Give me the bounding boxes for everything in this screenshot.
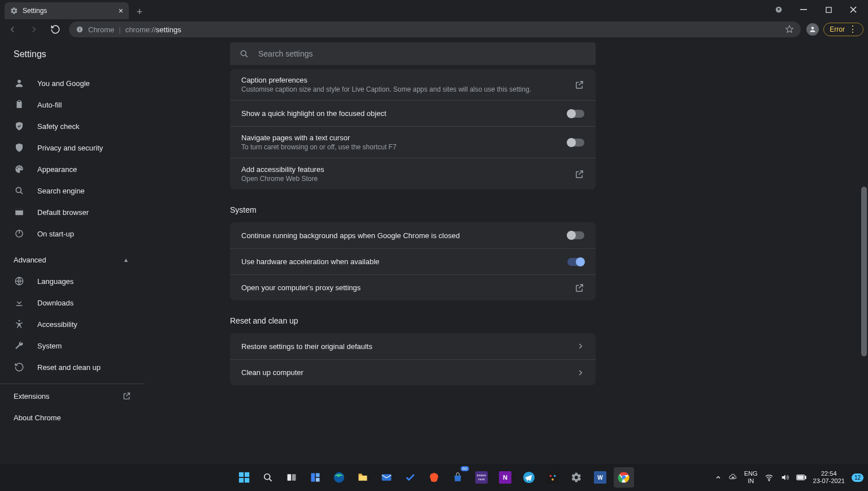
svg-rect-28 [311,473,315,482]
back-button[interactable] [5,21,20,37]
svg-text:W: W [597,475,603,481]
row-add-accessibility[interactable]: Add accessibility features Open Chrome W… [230,158,596,189]
forward-button[interactable] [26,21,42,37]
row-text-cursor[interactable]: Navigate pages with a text cursor To tur… [230,126,596,158]
vertical-scrollbar[interactable] [860,40,868,464]
svg-rect-51 [797,476,804,479]
window-close-button[interactable] [842,2,865,18]
svg-rect-29 [316,473,320,477]
row-proxy-settings[interactable]: Open your computer's proxy settings [230,274,596,300]
power-icon [14,229,25,239]
sidebar-item-system[interactable]: System [0,335,145,356]
settings-search-bar[interactable] [230,42,596,65]
task-view-button[interactable] [281,467,302,488]
clipboard-icon [14,100,25,110]
settings-icon[interactable] [566,467,587,488]
clock[interactable]: 22:54 23-07-2021 [813,470,845,485]
row-background-apps[interactable]: Continue running background apps when Go… [230,222,596,248]
tab-title: Settings [23,7,47,15]
battery-icon[interactable] [796,474,806,481]
url-divider: | [119,25,120,34]
toggle-hardware-accel[interactable] [567,258,584,266]
reload-button[interactable] [47,21,63,37]
row-hardware-accel[interactable]: Use hardware acceleration when available [230,248,596,274]
browser-icon [14,207,25,217]
extension-shield-icon[interactable] [774,5,783,14]
scrollbar-thumb[interactable] [861,187,867,356]
row-restore-defaults[interactable]: Restore settings to their original defau… [230,333,596,359]
toggle-quick-highlight[interactable] [567,110,584,118]
brave-icon[interactable] [424,467,444,488]
bookmark-star-icon[interactable] [785,25,794,34]
notification-badge[interactable]: 12 [852,473,863,482]
davinci-icon[interactable] [542,467,563,488]
sidebar-item-appearance[interactable]: Appearance [0,158,145,180]
open-external-icon[interactable] [574,283,584,293]
svg-point-8 [18,80,21,83]
telegram-icon[interactable] [519,467,539,488]
svg-rect-40 [546,471,559,484]
chrome-icon[interactable] [614,467,634,488]
error-indicator-button[interactable]: Error ⋮ [823,23,863,36]
tray-overflow-icon[interactable] [715,474,722,481]
wifi-icon[interactable] [765,473,774,482]
chevron-right-icon [576,342,584,350]
search-input[interactable] [258,49,587,58]
sidebar-item-you-and-google[interactable]: You and Google [0,72,145,94]
menu-dots-icon: ⋮ [848,27,857,32]
address-bar[interactable]: Chrome | chrome://settings [69,21,801,37]
sidebar-item-safety-check[interactable]: Safety check [0,115,145,137]
open-external-icon[interactable] [574,169,584,179]
svg-text:music: music [478,478,485,481]
todo-icon[interactable] [400,467,420,488]
browser-tab[interactable]: Settings × [5,2,129,19]
sidebar-about-link[interactable]: About Chrome [0,407,145,428]
window-minimize-button[interactable] [792,2,815,18]
site-info-icon[interactable] [76,25,84,33]
profile-avatar-button[interactable] [806,23,819,36]
widgets-button[interactable] [305,467,326,488]
toggle-text-cursor[interactable] [567,139,584,147]
sidebar-item-reset[interactable]: Reset and clean up [0,356,145,378]
row-quick-highlight[interactable]: Show a quick highlight on the focused ob… [230,100,596,126]
sidebar-item-accessibility[interactable]: Accessibility [0,313,145,335]
sidebar-item-label: Default browser [37,208,89,217]
amazon-music-icon[interactable]: amazonmusic [471,467,492,488]
open-external-icon[interactable] [574,80,584,90]
restore-icon [14,362,25,372]
new-tab-button[interactable]: + [132,5,147,19]
taskbar-search-button[interactable] [258,467,278,488]
language-indicator[interactable]: ENG IN [744,470,758,485]
window-maximize-button[interactable] [817,2,840,18]
sidebar-item-on-startup[interactable]: On start-up [0,223,145,244]
chevron-right-icon [576,369,584,377]
sidebar-extensions-link[interactable]: Extensions [0,385,145,407]
sidebar-item-languages[interactable]: Languages [0,270,145,292]
row-caption-preferences[interactable]: Caption preferences Customise caption si… [230,69,596,100]
sidebar-item-downloads[interactable]: Downloads [0,292,145,313]
word-icon[interactable]: W [590,467,610,488]
svg-point-13 [20,166,21,167]
store-icon[interactable]: 60 [448,467,468,488]
row-cleanup-computer[interactable]: Clean up computer [230,359,596,385]
svg-rect-5 [79,28,80,28]
sidebar-advanced-toggle[interactable]: Advanced ▲ [0,249,145,270]
svg-rect-17 [15,209,23,210]
onenote-icon[interactable]: N [495,467,515,488]
edge-icon[interactable] [329,467,349,488]
sidebar-item-label: System [37,342,62,350]
svg-rect-50 [805,476,806,479]
sidebar-item-privacy[interactable]: Privacy and security [0,137,145,158]
mail-icon[interactable] [376,467,397,488]
onedrive-tray-icon[interactable] [728,473,737,482]
file-explorer-icon[interactable] [353,467,373,488]
start-button[interactable] [234,467,254,488]
volume-icon[interactable] [780,473,789,482]
sidebar-item-search-engine[interactable]: Search engine [0,180,145,201]
toggle-background-apps[interactable] [567,231,584,239]
close-tab-icon[interactable]: × [119,6,123,15]
sidebar-item-autofill[interactable]: Auto-fill [0,94,145,115]
sidebar-item-default-browser[interactable]: Default browser [0,201,145,223]
svg-point-31 [334,472,344,483]
svg-point-11 [16,168,18,169]
